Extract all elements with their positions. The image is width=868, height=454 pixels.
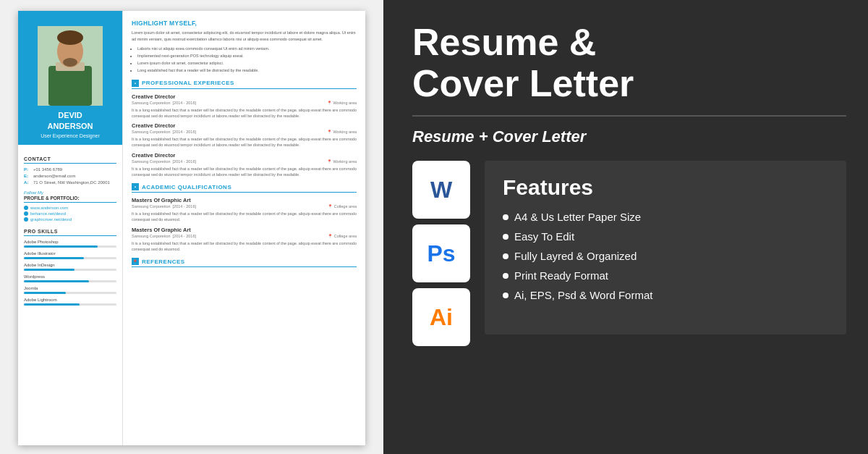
svg-point-4	[57, 30, 83, 45]
feature-1: A4 & Us Letter Paper Size	[503, 211, 828, 223]
feature-2-text: Easy To Edit	[514, 230, 574, 243]
link-3-text: graphicriver.net/devid	[30, 217, 72, 222]
job-1-desc: It is a long established fact that a rea…	[132, 107, 357, 119]
address-label: A:	[24, 180, 31, 185]
academic-header: ▪ ACADEMIC QUALIFICATIONS	[132, 183, 357, 193]
svg-rect-1	[48, 66, 92, 106]
resume-name: DEVID	[58, 110, 82, 120]
job-2-meta: Samsung Corporetion [2014 - 2016] 📍 Work…	[132, 130, 357, 134]
ps-icon-box: Ps	[412, 224, 470, 282]
resume-main: HIGHLIGHT MYSELF, Lorem ipsum dolor sit …	[123, 11, 365, 445]
email-label: E:	[24, 174, 31, 178]
feature-1-text: A4 & Us Letter Paper Size	[514, 211, 641, 223]
phone-label: P:	[24, 167, 31, 172]
acad-1-desc: It is a long established fact that a rea…	[132, 211, 357, 223]
resume-card: DEVID ANDERSON User Experience Designer …	[18, 11, 365, 445]
bullet-1: Laboris nisi ut aliquip exea commodo con…	[137, 46, 357, 51]
feature-4-bullet	[503, 273, 509, 279]
job-3-desc: It is a long established fact that a rea…	[132, 166, 357, 178]
acad-1-meta: Samsung Corporetion [2014 - 2016] 📍 Coll…	[132, 204, 357, 209]
job-1-title: Creative Director	[132, 93, 357, 100]
title-line2: Cover Letter	[412, 63, 846, 104]
references-icon: 📍	[132, 258, 139, 265]
job-1-meta: Samsung Corporetion [2014 - 2016] 📍 Work…	[132, 101, 357, 105]
resume-sidebar: DEVID ANDERSON User Experience Designer …	[18, 11, 123, 445]
resume-preview: DEVID ANDERSON User Experience Designer …	[0, 0, 383, 454]
skills-label: PRO SKILLS	[24, 229, 116, 236]
resume-job-title: User Experience Designer	[37, 133, 103, 139]
word-letter: W	[430, 177, 452, 203]
feature-3: Fully Layred & Organized	[503, 250, 828, 262]
portfolio-label: PROFILE & PORTFOLIO:	[24, 196, 116, 203]
feature-3-text: Fully Layred & Organized	[514, 250, 637, 262]
experience-header: ▪ PROFESSIONAL EXPERIECES	[132, 80, 357, 89]
skill-6: Adobe Lightroom	[24, 298, 116, 306]
skill-2: Adobe Illustrator	[24, 251, 116, 259]
link-bullet	[24, 217, 28, 222]
divider	[412, 115, 846, 117]
acad-2-title: Masters Of Graphic Art	[132, 227, 357, 233]
highlight-bullets: Laboris nisi ut aliquip exea commodo con…	[137, 46, 357, 74]
feature-4: Print Ready Format	[503, 269, 828, 282]
job-3-location: 📍 Working area	[327, 159, 357, 164]
skill-3: Adobe InDesign	[24, 263, 116, 271]
academic-icon: ▪	[132, 183, 139, 190]
experience-icon: ▪	[132, 80, 139, 87]
bullet-3: Lorem ipsum dolor sit amet, consectetur …	[137, 60, 357, 66]
title-line1: Resume &	[412, 22, 846, 63]
acad-2-meta: Samsung Corporetion [2014 - 2016] 📍 Coll…	[132, 234, 357, 238]
ai-letter: Ai	[430, 304, 453, 331]
resume-lastname: ANDERSON	[48, 121, 93, 131]
job-1-company: Samsung Corporetion [2014 - 2016]	[132, 101, 196, 105]
feature-2: Easy To Edit	[503, 230, 828, 243]
skill-1-name: Adobe Photoshop	[24, 240, 116, 244]
skill-4: Wordpress	[24, 274, 116, 282]
references-header: 📍 REFERENCES	[132, 258, 357, 267]
link-bullet	[24, 206, 28, 210]
product-subtitle: Resume + Cover Letter	[412, 127, 846, 146]
job-3-meta: Samsung Corporetion [2014 - 2016] 📍 Work…	[132, 159, 357, 164]
feature-1-bullet	[503, 214, 509, 220]
info-panel: Resume & Cover Letter Resume + Cover Let…	[383, 0, 868, 454]
references-label: REFERENCES	[142, 258, 185, 265]
contact-email: E: anderson@email.com	[24, 174, 116, 178]
skill-1: Adobe Photoshop	[24, 240, 116, 248]
highlight-body: Lorem ipsum dolor sit amet, consectetur …	[132, 30, 357, 43]
bullet-2: Implemented next-generation POS technolo…	[137, 53, 357, 59]
link-3: graphicriver.net/devid	[24, 217, 116, 222]
link-1-text: www.anderson.com	[30, 206, 68, 210]
app-icons: W Ps Ai	[412, 161, 470, 346]
feature-5-text: Ai, EPS, Psd & Word Format	[514, 289, 652, 301]
link-2-text: behance.net/devid	[30, 211, 66, 216]
job-2-desc: It is a long established fact that a rea…	[132, 136, 357, 148]
highlight-title: HIGHLIGHT MYSELF,	[132, 20, 357, 27]
avatar	[38, 26, 103, 106]
experience-label: PROFESSIONAL EXPERIECES	[142, 80, 234, 86]
job-2-company: Samsung Corporetion [2014 - 2016]	[132, 130, 196, 134]
skill-5: Joomla	[24, 286, 116, 294]
job-2-title: Creative Director	[132, 122, 357, 129]
link-2: behance.net/devid	[24, 211, 116, 216]
contact-label: CONTACT	[24, 156, 116, 164]
phone-value: +01 3456 6789	[33, 167, 62, 172]
features-title: Features	[503, 175, 828, 200]
job-1-location: 📍 Working area	[327, 101, 357, 105]
skill-5-name: Joomla	[24, 286, 116, 290]
academic-label: ACADEMIC QUALIFICATIONS	[142, 184, 231, 190]
sidebar-header: DEVID ANDERSON User Experience Designer	[18, 11, 122, 145]
word-icon-box: W	[412, 161, 470, 219]
acad-1-title: Masters Of Graphic Art	[132, 197, 357, 203]
address-value: 71 O Street, NW Washington,DC 20001	[33, 180, 110, 185]
skill-3-name: Adobe InDesign	[24, 263, 116, 267]
sidebar-content: CONTACT P: +01 3456 6789 E: anderson@ema…	[18, 145, 122, 315]
svg-point-5	[63, 58, 77, 67]
ai-icon-box: Ai	[412, 288, 470, 346]
acad-2-desc: It is a long established fact that a rea…	[132, 240, 357, 253]
feature-5: Ai, EPS, Psd & Word Format	[503, 289, 828, 301]
feature-3-bullet	[503, 253, 509, 259]
ps-letter: Ps	[427, 240, 455, 267]
features-box: Features A4 & Us Letter Paper Size Easy …	[485, 161, 846, 335]
job-3-company: Samsung Corporetion [2014 - 2016]	[132, 159, 196, 164]
job-2-location: 📍 Working area	[327, 130, 357, 134]
contact-phone: P: +01 3456 6789	[24, 167, 116, 172]
